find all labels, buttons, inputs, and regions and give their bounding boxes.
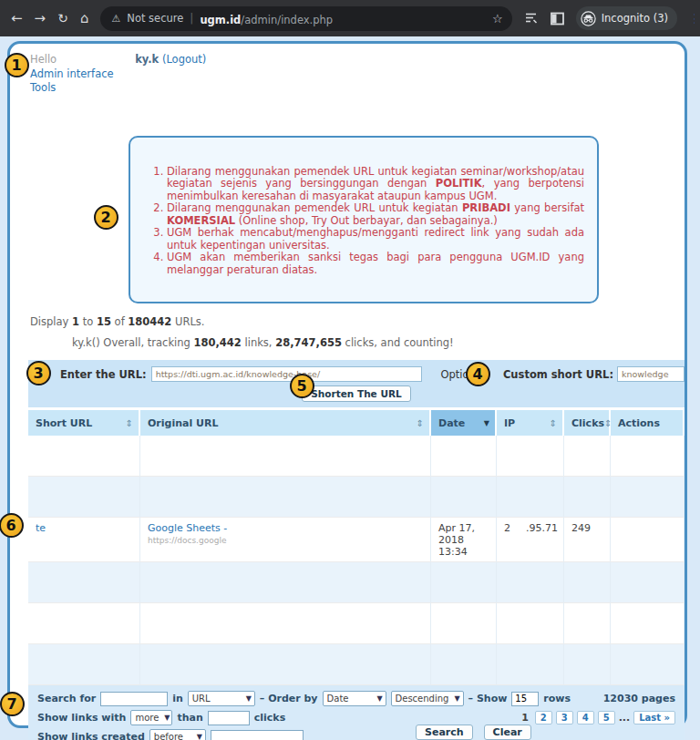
custom-short-url-input[interactable]	[617, 366, 685, 382]
admin-page-card: Helloky.k (Logout) Admin interface Tools…	[7, 41, 687, 728]
back-icon[interactable]: ←	[11, 12, 23, 26]
table-header-row: Short URL⇕Original URL⇕Date▼IP⇕Clicks⇕Ac…	[28, 410, 685, 436]
menu-dots-icon[interactable]: ⋮	[689, 11, 695, 26]
before-after-select[interactable]: before▼	[149, 729, 206, 740]
table-row	[28, 562, 685, 603]
page-current: 1	[519, 711, 531, 725]
created-date-input[interactable]	[211, 730, 304, 740]
links-with-label: Show links with	[37, 712, 126, 724]
incognito-badge[interactable]: Incognito (3)	[576, 6, 677, 30]
side-panel-icon[interactable]	[551, 12, 564, 26]
column-header-original-url[interactable]: Original URL⇕	[140, 410, 431, 436]
links-created-label: Show links created	[37, 731, 145, 740]
clicks-label: clicks	[254, 712, 285, 724]
actions-cell	[611, 644, 685, 685]
home-icon[interactable]: ⌂	[80, 12, 89, 26]
bookmark-star-icon[interactable]: ☆	[492, 12, 503, 26]
table-footer: Search for in URL▼ – Order by Date▼ Desc…	[28, 685, 685, 740]
sort-both-icon: ⇕	[417, 418, 424, 428]
custom-short-url-label: Custom short URL:	[503, 368, 613, 381]
greeting-block: Helloky.k (Logout) Admin interface Tools	[10, 44, 685, 96]
page-ellipsis: ...	[619, 712, 631, 724]
page-button-5[interactable]: 5	[598, 711, 615, 725]
column-header-actions: Actions	[611, 410, 685, 436]
than-label: than	[177, 712, 202, 724]
page-last-button[interactable]: Last »	[633, 711, 675, 725]
username: ky.k	[135, 53, 159, 66]
chevron-down-icon: ▼	[376, 694, 382, 703]
actions-cell	[611, 603, 685, 644]
more-less-select[interactable]: more▼	[130, 710, 172, 725]
sort-both-icon: ⇕	[604, 418, 612, 428]
links-table: Short URL⇕Original URL⇕Date▼IP⇕Clicks⇕Ac…	[28, 410, 685, 685]
address-bar[interactable]: ⚠ Not secure | ugm.id/admin/index.php ☆	[100, 6, 511, 31]
actions-cell	[611, 562, 685, 603]
browser-toolbar: ← → ↻ ⌂ ⚠ Not secure | ugm.id/admin/inde…	[0, 0, 700, 36]
shorten-form: Enter the URL: Optional: Custom short UR…	[28, 360, 685, 407]
reading-list-icon[interactable]	[524, 11, 539, 26]
direction-select[interactable]: Descending▼	[391, 691, 464, 706]
search-input[interactable]	[100, 692, 168, 706]
chevron-down-icon: ▼	[197, 733, 202, 740]
pagination: 12345...Last »	[519, 711, 675, 725]
table-body: teGoogle Sheets -https://docs.googleApr …	[28, 436, 685, 685]
notice-item: Dilarang menggunakan pemendek URL untuk …	[167, 166, 584, 203]
show-label: – Show	[468, 693, 508, 704]
admin-interface-link[interactable]: Admin interface	[30, 67, 114, 80]
annotation-circle-5: 5	[290, 374, 314, 398]
order-by-select[interactable]: Date▼	[323, 691, 386, 706]
clicks-threshold-input[interactable]	[208, 711, 250, 725]
table-row	[28, 477, 685, 518]
original-url-link[interactable]: Google Sheets -	[148, 522, 227, 534]
actions-cell	[611, 477, 685, 518]
divider: |	[190, 12, 193, 25]
chevron-down-icon: ▼	[164, 714, 170, 722]
page-button-2[interactable]: 2	[535, 711, 552, 725]
column-header-short-url[interactable]: Short URL⇕	[28, 410, 140, 436]
forward-icon[interactable]: →	[35, 12, 46, 26]
short-url-link[interactable]: te	[36, 522, 46, 534]
search-in-select[interactable]: URL▼	[188, 691, 255, 706]
security-label: Not secure	[127, 12, 183, 25]
not-secure-icon: ⚠	[111, 13, 120, 25]
actions-cell	[611, 518, 685, 562]
rows-label: rows	[543, 693, 571, 704]
column-header-ip[interactable]: IP⇕	[497, 410, 564, 436]
clear-button[interactable]: Clear	[484, 725, 531, 740]
date-cell: Apr 17, 201813:34	[431, 518, 497, 562]
overall-stats-line: ky.k() Overall, tracking 180,442 links, …	[72, 336, 685, 349]
actions-cell	[611, 436, 685, 477]
annotation-circle-6: 6	[0, 513, 24, 538]
search-button[interactable]: Search	[416, 725, 473, 740]
logout-link[interactable]: (Logout)	[162, 53, 206, 66]
table-row	[28, 644, 685, 685]
shorten-url-button[interactable]: Shorten The URL	[302, 385, 410, 402]
notice-list: Dilarang menggunakan pemendek URL untuk …	[147, 166, 584, 277]
hello-label: Hello	[30, 53, 57, 66]
order-by-label: – Order by	[260, 693, 318, 704]
column-header-date[interactable]: Date▼	[431, 410, 497, 436]
clicks-cell: 249	[564, 518, 611, 562]
page-button-3[interactable]: 3	[556, 711, 573, 725]
table-row	[28, 436, 685, 477]
chevron-down-icon: ▼	[454, 694, 459, 703]
ip-cell: 2.95.71	[497, 518, 564, 562]
chevron-down-icon: ▼	[246, 694, 252, 703]
notice-item: Dilarang menggunakan pemendek URL untuk …	[167, 202, 584, 227]
notice-item: UGM berhak mencabut/menghapus/mengganti …	[167, 227, 584, 252]
enter-url-label: Enter the URL:	[60, 368, 147, 381]
sort-both-icon: ⇕	[126, 418, 133, 428]
column-header-clicks[interactable]: Clicks⇕	[564, 410, 611, 436]
url-input[interactable]	[151, 366, 423, 382]
annotation-circle-2: 2	[94, 205, 118, 230]
rows-count-input[interactable]	[511, 692, 539, 706]
display-count-line: Display 1 to 15 of 180442 URLs.	[30, 315, 685, 328]
page-button-4[interactable]: 4	[577, 711, 594, 725]
table-row	[28, 603, 685, 644]
in-label: in	[172, 693, 183, 704]
table-row: teGoogle Sheets -https://docs.googleApr …	[28, 518, 685, 562]
annotation-circle-4: 4	[466, 362, 490, 386]
tools-link[interactable]: Tools	[30, 81, 56, 94]
reload-icon[interactable]: ↻	[57, 12, 68, 25]
search-for-label: Search for	[37, 693, 96, 704]
